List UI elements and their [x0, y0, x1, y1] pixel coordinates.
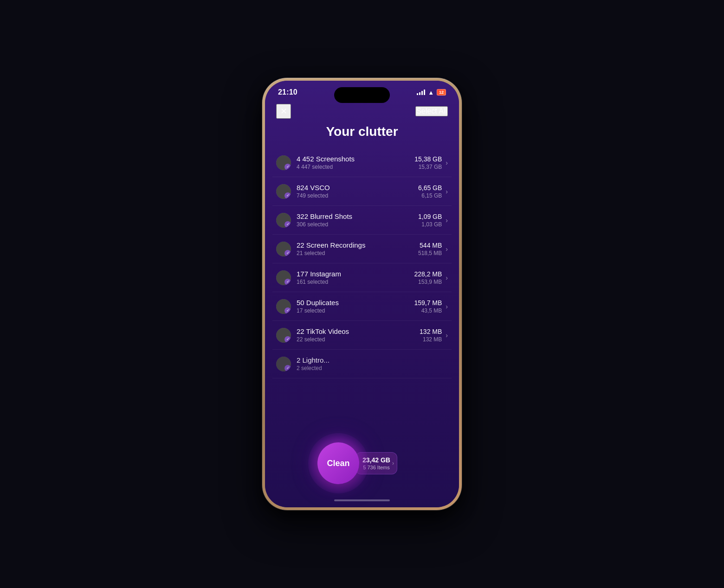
list-item[interactable]: ✓ 22 TikTok Videos 22 selected 132 MB 13… [272, 321, 452, 350]
item-checkbox-screenshots[interactable]: ✓ [276, 155, 291, 170]
item-info-screen-rec: 22 Screen Recordings 21 selected [297, 241, 418, 256]
item-size-total-vsco: 6,65 GB [418, 184, 442, 192]
check-icon-vsco: ✓ [284, 192, 291, 199]
home-indicator [265, 493, 459, 507]
summary-items: 5 736 Items [362, 465, 390, 470]
item-size-total-duplicates: 159,7 MB [414, 299, 442, 307]
item-subtitle-instagram: 161 selected [297, 279, 414, 285]
item-subtitle-duplicates: 17 selected [297, 307, 414, 314]
signal-bars-icon [417, 89, 425, 95]
item-info-lightroom: 2 Lightro... 2 selected [297, 356, 444, 371]
item-checkbox-tiktok[interactable]: ✓ [276, 328, 291, 343]
list-item[interactable]: ✓ 4 452 Screenshots 4 447 selected 15,38… [272, 148, 452, 177]
summary-badge: 23,42 GB 5 736 Items › [356, 452, 397, 474]
item-info-blurred: 322 Blurred Shots 306 selected [297, 212, 418, 228]
signal-bar-4 [424, 89, 425, 95]
item-checkbox-duplicates[interactable]: ✓ [276, 299, 291, 314]
item-size-screen-rec: 544 MB 518,5 MB [418, 242, 442, 256]
list-item[interactable]: ✓ 2 Lightro... 2 selected [272, 350, 452, 378]
clutter-list: ✓ 4 452 Screenshots 4 447 selected 15,38… [265, 148, 459, 437]
chevron-right-icon: › [446, 217, 448, 224]
item-size-selected-vsco: 6,15 GB [418, 192, 442, 199]
chevron-right-icon: › [446, 274, 448, 281]
item-checkbox-screen-rec[interactable]: ✓ [276, 242, 291, 256]
item-size-selected-duplicates: 43,5 MB [414, 307, 442, 314]
home-indicator-bar [334, 499, 390, 501]
item-subtitle-screenshots: 4 447 selected [297, 164, 414, 170]
item-title-screen-rec: 22 Screen Recordings [297, 241, 418, 249]
item-info-duplicates: 50 Duplicates 17 selected [297, 299, 414, 314]
check-icon-tiktok: ✓ [284, 336, 291, 343]
item-size-selected-screenshots: 15,37 GB [414, 164, 442, 170]
select-all-button[interactable]: Select All [415, 106, 448, 116]
signal-bar-2 [419, 92, 420, 95]
phone-wrapper: 21:10 ▲ 12 [262, 78, 462, 510]
item-size-screenshots: 15,38 GB 15,37 GB [414, 155, 442, 170]
scene: 21:10 ▲ 12 [0, 0, 724, 588]
phone-inner: 21:10 ▲ 12 [265, 81, 459, 507]
check-icon-duplicates: ✓ [284, 307, 291, 314]
item-title-screenshots: 4 452 Screenshots [297, 155, 414, 163]
item-info-screenshots: 4 452 Screenshots 4 447 selected [297, 155, 414, 170]
status-time: 21:10 [278, 88, 297, 96]
item-subtitle-blurred: 306 selected [297, 221, 418, 228]
item-checkbox-vsco[interactable]: ✓ [276, 184, 291, 199]
item-subtitle-lightroom: 2 selected [297, 365, 444, 371]
status-icons: ▲ 12 [417, 89, 446, 96]
phone-screen: 21:10 ▲ 12 [265, 81, 459, 507]
item-size-total-tiktok: 132 MB [420, 328, 442, 335]
chevron-right-icon: › [446, 188, 448, 195]
list-item[interactable]: ✓ 322 Blurred Shots 306 selected 1,09 GB… [272, 206, 452, 235]
wifi-icon: ▲ [428, 89, 434, 96]
list-item[interactable]: ✓ 50 Duplicates 17 selected 159,7 MB 43,… [272, 292, 452, 321]
item-subtitle-vsco: 749 selected [297, 192, 418, 199]
item-info-instagram: 177 Instagram 161 selected [297, 270, 414, 285]
clean-button[interactable]: Clean [317, 442, 359, 484]
item-title-tiktok: 22 TikTok Videos [297, 327, 420, 335]
item-size-tiktok: 132 MB 132 MB [420, 328, 442, 343]
item-title-blurred: 322 Blurred Shots [297, 212, 418, 220]
item-size-selected-instagram: 153,9 MB [414, 279, 442, 285]
check-icon-screen-rec: ✓ [284, 250, 291, 256]
page-title: Your clutter [265, 124, 459, 148]
app-header: ✕ Select All [265, 100, 459, 124]
summary-chevron-icon: › [392, 460, 394, 467]
item-checkbox-blurred[interactable]: ✓ [276, 213, 291, 228]
item-size-vsco: 6,65 GB 6,15 GB [418, 184, 442, 199]
item-title-instagram: 177 Instagram [297, 270, 414, 278]
item-size-blurred: 1,09 GB 1,03 GB [418, 213, 442, 228]
check-icon-blurred: ✓ [284, 221, 291, 228]
item-checkbox-instagram[interactable]: ✓ [276, 270, 291, 285]
chevron-right-icon: › [446, 245, 448, 253]
list-item[interactable]: ✓ 177 Instagram 161 selected 228,2 MB 15… [272, 263, 452, 292]
list-item[interactable]: ✓ 22 Screen Recordings 21 selected 544 M… [272, 235, 452, 263]
item-subtitle-screen-rec: 21 selected [297, 250, 418, 256]
item-size-total-blurred: 1,09 GB [418, 213, 442, 220]
clean-button-wrapper: Clean [317, 442, 359, 484]
item-size-selected-screen-rec: 518,5 MB [418, 250, 442, 256]
item-info-tiktok: 22 TikTok Videos 22 selected [297, 327, 420, 343]
item-size-selected-tiktok: 132 MB [420, 336, 442, 343]
chevron-right-icon: › [446, 332, 448, 339]
check-icon-lightroom: ✓ [284, 365, 291, 371]
chevron-right-icon: › [446, 159, 448, 166]
item-title-lightroom: 2 Lightro... [297, 356, 444, 364]
signal-bar-1 [417, 93, 418, 95]
item-size-total-instagram: 228,2 MB [414, 270, 442, 278]
chevron-right-icon: › [446, 303, 448, 310]
dynamic-island [334, 87, 390, 103]
phone-frame: 21:10 ▲ 12 [262, 78, 462, 510]
item-title-vsco: 824 VSCO [297, 184, 418, 192]
item-subtitle-tiktok: 22 selected [297, 336, 420, 343]
check-icon-instagram: ✓ [284, 279, 291, 285]
item-size-total-screenshots: 15,38 GB [414, 155, 442, 163]
battery-badge: 12 [437, 89, 446, 96]
signal-bar-3 [421, 91, 423, 95]
close-button[interactable]: ✕ [276, 104, 291, 119]
check-icon-screenshots: ✓ [284, 164, 291, 170]
item-checkbox-lightroom[interactable]: ✓ [276, 357, 291, 371]
item-title-duplicates: 50 Duplicates [297, 299, 414, 307]
item-size-duplicates: 159,7 MB 43,5 MB [414, 299, 442, 314]
item-info-vsco: 824 VSCO 749 selected [297, 184, 418, 199]
list-item[interactable]: ✓ 824 VSCO 749 selected 6,65 GB 6,15 GB … [272, 177, 452, 206]
